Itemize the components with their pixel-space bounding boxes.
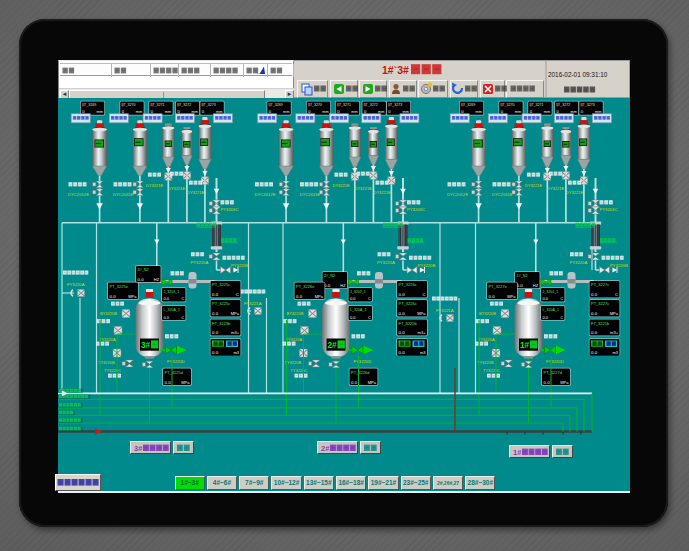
svg-text:PY3220B: PY3220B <box>231 263 249 268</box>
svg-text:0.0: 0.0 <box>399 350 406 355</box>
svg-text:m3: m3 <box>420 350 426 355</box>
svg-text:1#: 1# <box>520 341 530 350</box>
svg-text:DY3221E: DY3221E <box>168 186 185 191</box>
svg-text:DYC2011E: DYC2011E <box>492 192 513 197</box>
svg-text:DYC2012E: DYC2012E <box>447 192 468 197</box>
svg-text:PT_3225c: PT_3225c <box>212 282 230 287</box>
svg-text:TY3220A: TY3220A <box>99 337 116 342</box>
svg-text:mm: mm <box>322 110 328 114</box>
svg-text:FY3221A: FY3221A <box>244 301 262 306</box>
svg-text:0.0: 0.0 <box>399 292 406 297</box>
svg-text:FY3221A: FY3221A <box>436 308 454 313</box>
svg-text:TY3220C: TY3220C <box>291 368 308 373</box>
svg-text:FY3220D: FY3220D <box>546 359 564 364</box>
svg-text:C: C <box>181 316 184 320</box>
svg-text:2#_N2: 2#_N2 <box>324 274 335 278</box>
svg-text:C: C <box>560 316 563 320</box>
svg-text:0.0: 0.0 <box>164 315 170 320</box>
svg-text:FY3220A: FY3220A <box>67 282 85 287</box>
svg-text:3#_N2: 3#_N2 <box>138 268 149 272</box>
svg-text:MPa: MPa <box>560 380 569 385</box>
svg-text:PY3220B: PY3220B <box>610 263 628 268</box>
svg-text:FT_3221b: FT_3221b <box>591 321 610 326</box>
svg-text:0.0: 0.0 <box>165 380 172 385</box>
svg-text:HZ: HZ <box>533 283 539 288</box>
svg-text:PY3203C: PY3203C <box>600 207 618 212</box>
svg-text:0.0: 0.0 <box>591 330 598 335</box>
svg-text:0.0: 0.0 <box>489 294 496 299</box>
svg-text:DY3221E: DY3221E <box>525 183 542 188</box>
svg-text:C: C <box>615 292 618 297</box>
svg-text:0.0: 0.0 <box>543 315 549 320</box>
svg-text:DY3221E: DY3221E <box>333 183 350 188</box>
svg-text:L_320A_1: L_320A_1 <box>543 308 559 312</box>
svg-text:2#: 2# <box>321 444 330 453</box>
svg-text:0.0: 0.0 <box>296 294 303 299</box>
svg-text:MPa: MPa <box>610 311 619 316</box>
svg-text:PT_3226e: PT_3226e <box>296 284 315 289</box>
svg-text:PT_3226d: PT_3226d <box>351 370 369 375</box>
svg-text:m3+: m3+ <box>231 330 240 335</box>
svg-text:0.0: 0.0 <box>399 311 406 316</box>
svg-text:DYC2012E: DYC2012E <box>68 192 89 197</box>
svg-text:0.0: 0.0 <box>164 296 170 301</box>
svg-text:BY3220B: BY3220B <box>100 311 117 316</box>
svg-text:PT_3227c: PT_3227c <box>591 282 609 287</box>
svg-text:mm: mm <box>165 110 171 114</box>
svg-text:DY3221E: DY3221E <box>547 186 564 191</box>
svg-text:PT_3227c: PT_3227c <box>591 301 609 306</box>
svg-text:J_3202_1: J_3202_1 <box>350 290 366 294</box>
svg-text:m3+: m3+ <box>418 330 427 335</box>
svg-text:BY3220B: BY3220B <box>287 311 304 316</box>
svg-text:C: C <box>368 297 371 301</box>
svg-text:FT_3223b: FT_3223b <box>212 321 231 326</box>
svg-text:TY3220B: TY3220B <box>477 360 494 365</box>
svg-text:m3: m3 <box>612 350 618 355</box>
svg-text:0.0: 0.0 <box>591 311 598 316</box>
svg-text:0.0: 0.0 <box>544 380 551 385</box>
svg-text:J_3201_1: J_3201_1 <box>543 290 559 294</box>
svg-text:MPa: MPa <box>507 294 516 299</box>
svg-text:mm: mm <box>283 110 289 114</box>
svg-text:DYC2012E: DYC2012E <box>255 192 276 197</box>
svg-text:TY3220A: TY3220A <box>286 337 303 342</box>
svg-text:PT_3225d: PT_3225d <box>165 370 183 375</box>
svg-text:DYC2011E: DYC2011E <box>113 192 134 197</box>
svg-text:TY3220B: TY3220B <box>98 360 115 365</box>
svg-text:PY3203C: PY3203C <box>221 207 239 212</box>
svg-text:3#: 3# <box>141 341 151 350</box>
svg-text:0.0: 0.0 <box>591 292 598 297</box>
svg-text:PY3203C: PY3203C <box>407 207 425 212</box>
svg-text:DY3221E: DY3221E <box>355 186 372 191</box>
svg-text:mm: mm <box>515 110 521 114</box>
svg-text:0.0: 0.0 <box>110 294 117 299</box>
svg-text:DY3221E: DY3221E <box>566 190 583 195</box>
svg-text:HZ: HZ <box>154 277 160 282</box>
svg-text:L_320A_1: L_320A_1 <box>164 308 180 312</box>
svg-text:C: C <box>423 292 426 297</box>
svg-text:MPa: MPa <box>128 294 137 299</box>
svg-text:FY3220D: FY3220D <box>167 359 185 364</box>
svg-text:0.0: 0.0 <box>212 330 219 335</box>
svg-text:MPa: MPa <box>315 294 324 299</box>
svg-text:TY3220C: TY3220C <box>104 368 121 373</box>
svg-text:PT_3226c: PT_3226c <box>399 301 417 306</box>
svg-text:TY3220B: TY3220B <box>285 360 302 365</box>
svg-text:0.0: 0.0 <box>212 311 219 316</box>
svg-text:1#: 1# <box>513 448 522 457</box>
svg-text:PY3220A: PY3220A <box>570 260 588 265</box>
svg-text:DY3221E: DY3221E <box>374 190 391 195</box>
svg-text:0.0: 0.0 <box>350 296 356 301</box>
svg-text:TY3220C: TY3220C <box>483 368 500 373</box>
svg-text:m3+: m3+ <box>610 330 619 335</box>
svg-text:m3: m3 <box>233 350 239 355</box>
svg-text:PT_3227d: PT_3227d <box>544 370 562 375</box>
svg-text:0.0: 0.0 <box>351 380 358 385</box>
svg-text:mm: mm <box>351 110 357 114</box>
svg-text:DYC2011E: DYC2011E <box>300 192 321 197</box>
svg-text:C: C <box>181 297 184 301</box>
svg-text:FY3220D: FY3220D <box>354 359 372 364</box>
svg-text:PT_3225c: PT_3225c <box>212 301 230 306</box>
svg-text:2#: 2# <box>328 341 338 350</box>
svg-text:mm: mm <box>475 110 481 114</box>
